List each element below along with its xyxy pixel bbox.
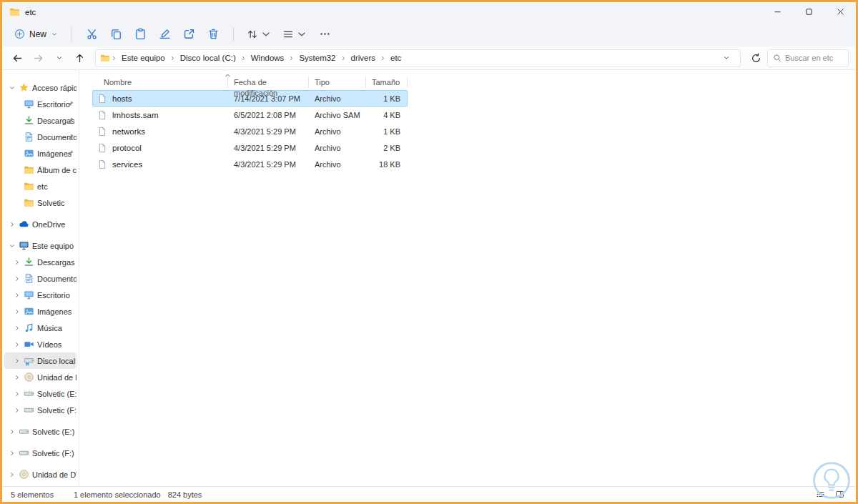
sidebar-item-solvetic-folder[interactable]: Solvetic: [4, 194, 77, 211]
navigation-bar: Este equipo Disco local (C:) Windows Sys…: [2, 46, 856, 70]
sidebar-item-unidad-de-dvd-root[interactable]: Unidad de DVD (: [4, 466, 77, 483]
sidebar-item-escritorio-pc[interactable]: Escritorio: [4, 287, 77, 303]
sidebar-item-imagenes-pc[interactable]: Imágenes: [4, 303, 77, 320]
sidebar-item-solvetic-f-root[interactable]: Solvetic (F:): [4, 445, 77, 461]
sort-icon: [247, 29, 258, 40]
chevron-right-icon[interactable]: [14, 292, 21, 299]
chevron-right-icon[interactable]: [14, 275, 21, 282]
chevron-right-icon[interactable]: [14, 374, 21, 381]
chevron-down-icon[interactable]: [9, 84, 16, 92]
address-dropdown-button[interactable]: [716, 49, 736, 67]
chevron-down-icon: [723, 54, 730, 61]
breadcrumb-item[interactable]: System32: [295, 52, 339, 64]
dvd-icon: [24, 372, 34, 382]
sidebar-item-unidad-de-dvd[interactable]: Unidad de DVD: [4, 369, 77, 385]
sidebar-item-este-equipo[interactable]: Este equipo: [4, 237, 77, 254]
rename-button[interactable]: [154, 24, 176, 44]
up-button[interactable]: [70, 49, 89, 67]
breadcrumb-item[interactable]: Windows: [247, 52, 288, 64]
chevron-right-icon[interactable]: [9, 221, 16, 228]
sidebar-item-musica[interactable]: Música: [4, 320, 77, 336]
computer-icon: [19, 240, 29, 251]
column-header-tipo[interactable]: Tipo: [309, 77, 366, 88]
file-row-lmhosts[interactable]: lmhosts.sam 6/5/2021 2:08 PM Archivo SAM…: [92, 107, 408, 123]
document-icon: [24, 273, 34, 284]
chevron-right-icon[interactable]: [14, 325, 21, 332]
chevron-right-icon[interactable]: [14, 308, 21, 315]
sidebar-item-album-de-camara[interactable]: Álbum de cám: [4, 162, 77, 178]
details-view-button[interactable]: [812, 488, 828, 501]
sidebar-item-documentos-pc[interactable]: Documentos: [4, 270, 77, 287]
sidebar-item-disco-local-c[interactable]: Disco local (C:): [4, 352, 77, 369]
more-options-button[interactable]: [314, 24, 336, 44]
ellipsis-icon: [319, 28, 331, 40]
sidebar-item-imagenes[interactable]: Imágenes: [4, 145, 77, 162]
paste-button[interactable]: [129, 24, 152, 44]
sidebar-item-quick-access[interactable]: Acceso rápido: [4, 79, 77, 96]
share-button[interactable]: [178, 24, 200, 44]
breadcrumb-item[interactable]: Este equipo: [118, 52, 169, 64]
file-row-networks[interactable]: networks 4/3/2021 5:29 PM Archivo 1 KB: [92, 123, 408, 139]
column-header-fecha[interactable]: Fecha de modificación: [228, 77, 309, 88]
chevron-right-icon[interactable]: [14, 390, 21, 397]
sidebar-item-descargas-pc[interactable]: Descargas: [4, 254, 77, 270]
chevron-right-icon[interactable]: [14, 259, 21, 266]
file-row-services[interactable]: services 4/3/2021 5:29 PM Archivo 18 KB: [92, 156, 408, 172]
sidebar-item-solvetic-e-root[interactable]: Solvetic (E:): [4, 423, 77, 440]
chevron-right-icon: [169, 55, 176, 61]
chevron-right-icon[interactable]: [14, 341, 21, 348]
maximize-button[interactable]: [793, 2, 824, 21]
search-box: [767, 49, 849, 67]
plus-circle-icon: [14, 29, 25, 39]
copy-button[interactable]: [105, 24, 127, 44]
chevron-down-icon[interactable]: [9, 242, 16, 249]
chevron-right-icon[interactable]: [14, 407, 21, 414]
view-button[interactable]: [278, 26, 312, 43]
search-icon: [773, 54, 781, 62]
large-icons-view-button[interactable]: [832, 488, 847, 501]
chevron-right-icon[interactable]: [9, 428, 16, 435]
chevron-right-icon[interactable]: [9, 450, 16, 457]
sort-button[interactable]: [242, 26, 276, 43]
address-bar[interactable]: Este equipo Disco local (C:) Windows Sys…: [95, 49, 741, 67]
close-button[interactable]: [824, 2, 856, 21]
titlebar[interactable]: etc: [2, 2, 856, 21]
sidebar-item-videos[interactable]: Vídeos: [4, 336, 77, 352]
chevron-right-icon[interactable]: [14, 357, 21, 365]
arrow-up-icon: [74, 53, 85, 64]
refresh-button[interactable]: [746, 49, 766, 67]
command-bar: New: [2, 21, 856, 46]
new-button[interactable]: New: [9, 26, 63, 42]
forward-button[interactable]: [29, 49, 48, 67]
file-row-protocol[interactable]: protocol 4/3/2021 5:29 PM Archivo 2 KB: [92, 139, 408, 156]
cut-button[interactable]: [81, 24, 103, 44]
column-header-tamano[interactable]: Tamaño: [366, 77, 408, 88]
selection-count: 1 elemento seleccionado: [74, 490, 161, 499]
back-button[interactable]: [8, 49, 27, 67]
pin-icon: [66, 149, 74, 157]
sidebar-item-escritorio[interactable]: Escritorio: [4, 96, 77, 112]
navigation-pane: Acceso rápido Escritorio Descargas Docum…: [2, 70, 79, 486]
sidebar-item-documento[interactable]: Documento: [4, 129, 77, 145]
view-list-icon: [282, 29, 294, 40]
sidebar-item-onedrive[interactable]: OneDrive: [4, 216, 77, 232]
recent-locations-button[interactable]: [49, 49, 69, 67]
column-header-nombre[interactable]: Nombre: [92, 77, 228, 88]
breadcrumb-item-current[interactable]: etc: [387, 52, 405, 64]
chevron-right-icon[interactable]: [9, 471, 16, 478]
refresh-icon: [751, 53, 761, 64]
chevron-right-icon: [380, 55, 386, 61]
delete-button[interactable]: [202, 24, 225, 44]
minimize-button[interactable]: [761, 2, 793, 21]
sidebar-item-descargas[interactable]: Descargas: [4, 112, 77, 129]
folder-icon: [24, 164, 34, 175]
pin-icon: [66, 133, 74, 141]
breadcrumb-item[interactable]: drivers: [347, 52, 380, 64]
sidebar-item-solvetic-f[interactable]: Solvetic (F:): [4, 402, 77, 418]
sidebar-item-etc[interactable]: etc: [4, 178, 77, 194]
drive-icon: [19, 426, 29, 437]
search-input[interactable]: [785, 54, 843, 62]
drive-icon: [24, 405, 34, 415]
sidebar-item-solvetic-e[interactable]: Solvetic (E:): [4, 385, 77, 402]
breadcrumb-item[interactable]: Disco local (C:): [177, 52, 240, 64]
